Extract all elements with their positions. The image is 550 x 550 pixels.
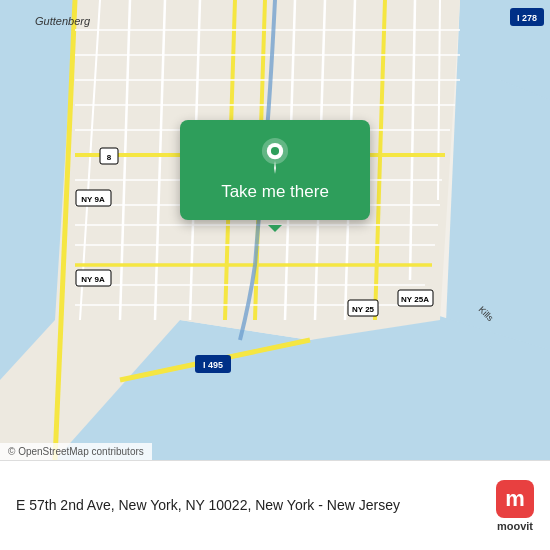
map-view[interactable]: I 278 NY 25 NY 25A I 495 NY 9A NY 9A 8 G…	[0, 0, 550, 460]
svg-point-50	[271, 147, 279, 155]
moovit-m-letter: m	[505, 488, 525, 510]
svg-text:NY 25A: NY 25A	[401, 295, 429, 304]
svg-text:NY 25: NY 25	[352, 305, 375, 314]
moovit-icon: m	[496, 480, 534, 518]
map-attribution: © OpenStreetMap contributors	[0, 443, 152, 460]
moovit-brand-name: moovit	[497, 520, 533, 532]
svg-text:NY 9A: NY 9A	[81, 275, 105, 284]
svg-text:I 278: I 278	[517, 13, 537, 23]
info-bar: E 57th 2nd Ave, New York, NY 10022, New …	[0, 460, 550, 550]
svg-text:NY 9A: NY 9A	[81, 195, 105, 204]
tooltip-label: Take me there	[221, 182, 329, 202]
address-text: E 57th 2nd Ave, New York, NY 10022, New …	[16, 495, 400, 516]
pin-icon	[257, 138, 293, 174]
svg-text:I 495: I 495	[203, 360, 223, 370]
svg-text:Guttenberg: Guttenberg	[35, 15, 91, 27]
moovit-logo: m moovit	[496, 480, 534, 532]
tooltip-card[interactable]: Take me there	[180, 120, 370, 220]
svg-text:8: 8	[107, 153, 112, 162]
